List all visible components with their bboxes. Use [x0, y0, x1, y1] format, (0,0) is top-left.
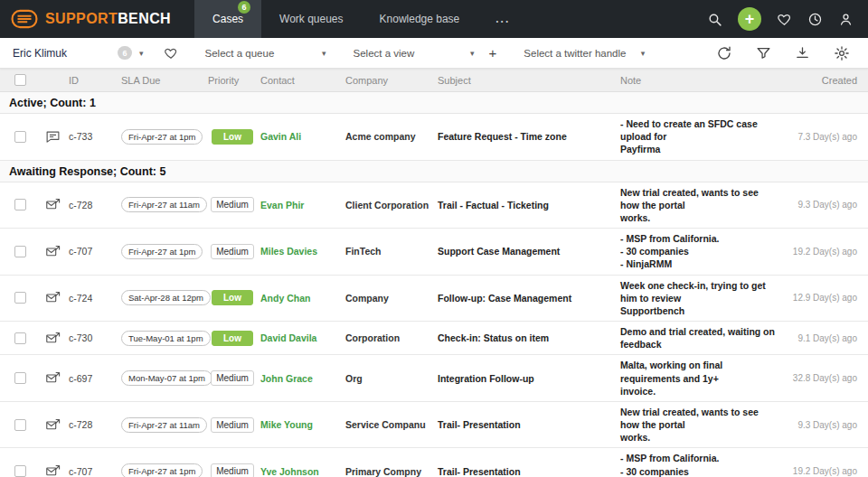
priority-badge: Medium [211, 244, 254, 259]
company-name: Company [342, 293, 434, 304]
sla-due-pill: Tue-May-01 at 1pm [121, 331, 211, 346]
section-title: Awaiting Response; Count: 5 [9, 165, 165, 178]
table-header: ID SLA Due Priority Contact Company Subj… [0, 69, 868, 92]
case-row[interactable]: c-724 Sat-Apr-28 at 12pm Low Andy Chan C… [0, 276, 868, 323]
col-note[interactable]: Note [617, 75, 787, 86]
created-age: 9.1 Day(s) ago [787, 333, 868, 343]
settings-gear-icon[interactable] [834, 45, 850, 61]
section-header: Awaiting Response; Count: 5 [0, 161, 868, 182]
case-id[interactable]: c-707 [65, 246, 118, 257]
created-age: 19.2 Day(s) ago [787, 466, 868, 476]
case-subject[interactable]: Trail- Presentation [434, 419, 617, 430]
favorite-views-heart-icon[interactable] [164, 46, 178, 61]
refresh-icon[interactable] [716, 45, 732, 61]
queue-select[interactable]: Select a queue ▾ [205, 48, 326, 59]
created-age: 19.2 Day(s) ago [787, 247, 868, 257]
chat-icon [44, 129, 61, 145]
case-id[interactable]: c-728 [65, 200, 118, 210]
col-created[interactable]: Created [787, 75, 868, 86]
twitter-select-value: Select a twitter handle [524, 48, 626, 59]
col-priority[interactable]: Priority [204, 75, 257, 86]
contact-link[interactable]: David Davila [257, 332, 342, 343]
mail-forward-icon [44, 290, 61, 305]
case-subject[interactable]: Feature Request - Time zone [434, 131, 617, 142]
agent-name[interactable]: Eric Klimuk [13, 47, 67, 60]
section-header: Active; Count: 1 [0, 92, 868, 114]
contact-link[interactable]: Yve Johnson [257, 466, 342, 477]
download-icon[interactable] [795, 45, 810, 61]
section-title: Active; Count: 1 [9, 97, 96, 109]
case-id[interactable]: c-697 [65, 373, 118, 384]
priority-badge: Low [212, 129, 253, 145]
row-checkbox[interactable] [14, 465, 26, 477]
add-view-button[interactable]: + [489, 46, 497, 60]
company-name: Acme company [342, 131, 434, 142]
company-name: Primary Compny [342, 466, 434, 477]
col-contact[interactable]: Contact [257, 75, 342, 86]
case-row[interactable]: c-728 Fri-Apr-27 at 11am Medium Evan Phi… [0, 182, 868, 229]
mail-forward-icon [44, 244, 61, 259]
case-row[interactable]: c-733 Fri-Apr-27 at 1pm Low Gavin Ali Ac… [0, 114, 868, 161]
favorites-heart-icon[interactable] [777, 12, 792, 27]
company-name: Org [342, 373, 434, 384]
contact-link[interactable]: Miles Davies [257, 246, 342, 257]
view-select[interactable]: Select a view ▾ [354, 48, 475, 59]
case-subject[interactable]: Follow-up: Case Management [434, 293, 617, 304]
cases-count-badge: 6 [238, 1, 250, 14]
case-row[interactable]: c-707 Fri-Apr-27 at 1pm Medium Miles Dav… [0, 229, 868, 276]
case-id[interactable]: c-730 [65, 332, 118, 343]
case-row[interactable]: c-707 Fri-Apr-27 at 1pm Medium Yve Johns… [0, 448, 868, 477]
row-checkbox[interactable] [14, 246, 26, 257]
col-subject[interactable]: Subject [434, 75, 617, 86]
case-id[interactable]: c-724 [65, 293, 118, 304]
case-subject[interactable]: Check-in: Status on item [434, 332, 617, 343]
case-id[interactable]: c-733 [65, 131, 118, 142]
profile-user-icon[interactable] [838, 12, 854, 27]
case-id[interactable]: c-728 [65, 419, 118, 430]
company-name: Client Corporation [342, 200, 434, 210]
contact-link[interactable]: Evan Phir [257, 200, 342, 210]
row-checkbox[interactable] [14, 372, 26, 384]
tab-work-queues[interactable]: Work queues [261, 0, 361, 38]
case-id[interactable]: c-707 [65, 466, 118, 477]
contact-link[interactable]: John Grace [257, 373, 342, 384]
col-id[interactable]: ID [65, 75, 118, 86]
search-icon[interactable] [707, 12, 722, 27]
col-sla-due[interactable]: SLA Due [118, 75, 204, 86]
filter-funnel-icon[interactable] [756, 45, 771, 61]
col-company[interactable]: Company [342, 75, 434, 86]
row-checkbox[interactable] [14, 419, 26, 431]
tab-more[interactable]: ... [477, 0, 528, 38]
tab-cases-label: Cases [212, 13, 243, 25]
priority-badge: Medium [211, 417, 254, 433]
row-checkbox[interactable] [14, 292, 26, 304]
twitter-handle-select[interactable]: Select a twitter handle ▾ [524, 48, 645, 59]
app-logo[interactable]: SUPPORTBENCH [0, 0, 194, 38]
row-checkbox[interactable] [14, 332, 26, 344]
case-row[interactable]: c-730 Tue-May-01 at 1pm Low David Davila… [0, 322, 868, 355]
case-note: - Need to create an SFDC case upload for… [617, 117, 787, 156]
tab-knowledge-base[interactable]: Knowledge base [362, 0, 478, 38]
case-row[interactable]: c-728 Fri-Apr-27 at 11am Medium Mike You… [0, 402, 868, 449]
row-checkbox[interactable] [14, 131, 26, 143]
agent-dropdown-caret[interactable]: ▾ [139, 49, 144, 58]
add-case-button[interactable]: + [738, 7, 761, 31]
case-subject[interactable]: Trail- Presentation [434, 466, 617, 477]
contact-link[interactable]: Gavin Ali [257, 131, 342, 142]
company-name: Corporation [342, 332, 434, 343]
queue-select-value: Select a queue [205, 48, 275, 59]
contact-link[interactable]: Andy Chan [257, 293, 342, 304]
mail-forward-icon [44, 417, 61, 433]
tab-cases[interactable]: Cases 6 [194, 0, 261, 38]
tab-more-label: ... [495, 13, 510, 25]
case-subject[interactable]: Trail - Factual - Ticketing [434, 200, 617, 210]
select-all-checkbox[interactable] [14, 74, 26, 86]
case-subject[interactable]: Integration Follow-up [434, 373, 617, 384]
sla-due-pill: Fri-Apr-27 at 11am [121, 417, 207, 433]
row-checkbox[interactable] [14, 199, 26, 210]
case-row[interactable]: c-697 Mon-May-07 at 1pm Medium John Grac… [0, 355, 868, 402]
case-subject[interactable]: Support Case Management [434, 246, 617, 257]
mail-forward-icon [44, 197, 61, 212]
contact-link[interactable]: Mike Young [257, 419, 342, 430]
history-clock-icon[interactable] [807, 12, 823, 27]
